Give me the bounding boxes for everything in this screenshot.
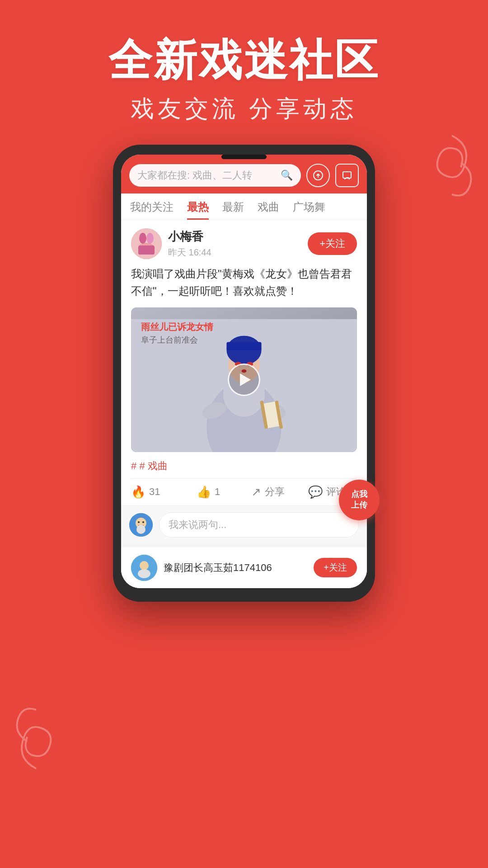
play-icon xyxy=(240,373,251,386)
search-placeholder-text: 大家都在搜: 戏曲、二人转 xyxy=(137,169,276,182)
hero-subtitle: 戏友交流 分享动态 xyxy=(0,93,488,125)
svg-point-28 xyxy=(140,561,149,570)
avatar-image xyxy=(131,228,162,259)
video-background: 雨丝儿已诉龙女情 阜子上台前准会 xyxy=(131,307,357,452)
post-time: 昨天 16:44 xyxy=(168,246,211,259)
next-post-avatar[interactable] xyxy=(131,555,157,581)
share-label: 分享 xyxy=(265,485,285,499)
svg-rect-13 xyxy=(226,342,261,350)
hashtag-symbol: # xyxy=(131,460,136,472)
like-count: 1 xyxy=(215,486,220,498)
hashtag[interactable]: # # 戏曲 xyxy=(131,459,357,473)
comment-row: 我来说两句... xyxy=(121,505,367,544)
svg-point-6 xyxy=(139,233,146,244)
phone-mockup: 大家都在搜: 戏曲、二人转 🔍 xyxy=(113,145,375,602)
post-header: 小梅香 昨天 16:44 +关注 xyxy=(131,228,357,259)
search-bar[interactable]: 大家都在搜: 戏曲、二人转 🔍 xyxy=(129,164,301,187)
comment-icon: 💬 xyxy=(308,485,323,499)
next-follow-button[interactable]: +关注 xyxy=(314,558,357,577)
video-subtitle-text: 阜子上台前准会 xyxy=(141,335,198,345)
share-icon: ↗ xyxy=(251,485,261,499)
phone-screen: 大家都在搜: 戏曲、二人转 🔍 xyxy=(121,155,367,588)
author-name: 小梅香 xyxy=(168,229,211,245)
fire-icon: 🔥 xyxy=(131,485,145,499)
like-button[interactable]: 👍 1 xyxy=(178,485,238,499)
post-card: 小梅香 昨天 16:44 +关注 我演唱了戏曲片段"黄梅戏《龙女》也曾告君君不信… xyxy=(121,220,367,505)
tab-latest[interactable]: 最新 xyxy=(222,200,244,220)
author-info: 小梅香 昨天 16:44 xyxy=(168,229,211,259)
next-post-preview: 豫剧团长高玉茹1174106 +关注 xyxy=(121,544,367,588)
tab-bar: 我的关注 最热 最新 戏曲 广场舞 xyxy=(121,193,367,220)
post-text: 我演唱了戏曲片段"黄梅戏《龙女》也曾告君君不信"，一起听听吧！喜欢就点赞！ xyxy=(131,265,357,300)
bg-swirl-left xyxy=(9,687,63,778)
fire-count: 31 xyxy=(149,486,160,498)
next-author-name: 豫剧团长高玉茹1174106 xyxy=(164,561,272,575)
video-overlay-text: 雨丝儿已诉龙女情 xyxy=(141,321,213,333)
svg-rect-1 xyxy=(343,172,351,178)
tab-opera[interactable]: 戏曲 xyxy=(258,200,279,220)
app-header: 大家都在搜: 戏曲、二人转 🔍 xyxy=(121,155,367,193)
svg-point-29 xyxy=(138,569,150,578)
svg-point-26 xyxy=(136,525,145,534)
upload-fab-button[interactable]: 点我 上传 xyxy=(339,480,380,520)
tab-square-dance[interactable]: 广场舞 xyxy=(293,200,325,220)
follow-button[interactable]: +关注 xyxy=(308,232,357,255)
tab-my-follow[interactable]: 我的关注 xyxy=(130,200,174,220)
svg-point-25 xyxy=(142,521,144,523)
search-bar-row: 大家都在搜: 戏曲、二人转 🔍 xyxy=(129,164,359,187)
svg-point-24 xyxy=(138,521,140,523)
hero-title: 全新戏迷社区 xyxy=(0,36,488,84)
comment-input[interactable]: 我来说两句... xyxy=(159,512,359,538)
comment-avatar xyxy=(129,513,153,537)
fab-line1: 点我 xyxy=(351,489,367,500)
phone-notch xyxy=(221,155,267,159)
fire-button[interactable]: 🔥 31 xyxy=(131,485,178,499)
video-play-button[interactable] xyxy=(228,363,260,396)
video-thumbnail[interactable]: 雨丝儿已诉龙女情 阜子上台前准会 xyxy=(131,307,357,452)
post-author: 小梅香 昨天 16:44 xyxy=(131,228,211,259)
upload-icon-button[interactable] xyxy=(306,164,330,187)
message-icon-button[interactable] xyxy=(335,164,359,187)
tab-hottest[interactable]: 最热 xyxy=(187,200,209,220)
phone-frame: 大家都在搜: 戏曲、二人转 🔍 xyxy=(113,145,375,602)
share-button[interactable]: ↗ 分享 xyxy=(238,485,298,499)
search-icon: 🔍 xyxy=(281,170,293,181)
fab-line2: 上传 xyxy=(351,500,367,510)
svg-rect-5 xyxy=(138,245,155,255)
hashtag-label: # 戏曲 xyxy=(139,460,167,472)
like-icon: 👍 xyxy=(197,485,211,499)
avatar[interactable] xyxy=(131,228,162,259)
content-area: 小梅香 昨天 16:44 +关注 我演唱了戏曲片段"黄梅戏《龙女》也曾告君君不信… xyxy=(121,220,367,588)
action-bar: 🔥 31 👍 1 ↗ 分享 💬 评论 xyxy=(131,478,357,505)
svg-point-7 xyxy=(146,233,154,244)
hero-section: 全新戏迷社区 戏友交流 分享动态 xyxy=(0,0,488,143)
